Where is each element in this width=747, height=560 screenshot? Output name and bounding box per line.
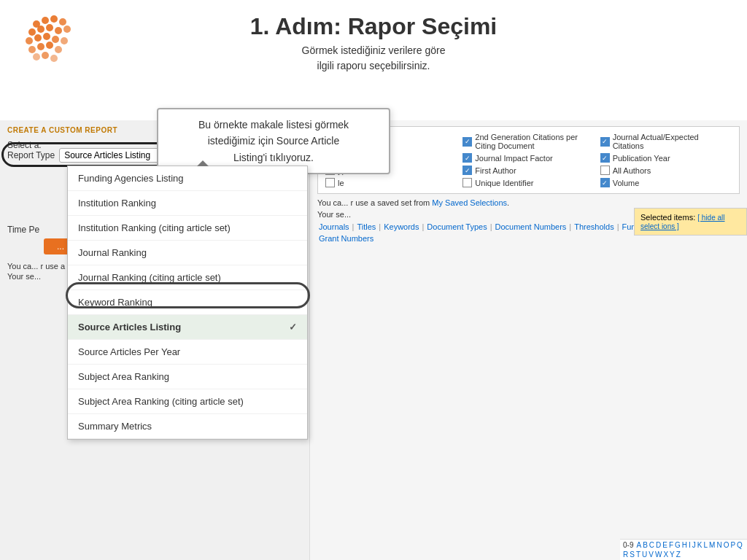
letter-j[interactable]: J xyxy=(692,541,696,549)
checkbox-volume: ✓ Volume xyxy=(600,178,732,187)
dropdown-item-funding-agencies[interactable]: Funding Agencies Listing xyxy=(68,166,307,191)
dropdown-item-keyword-ranking[interactable]: Keyword Ranking xyxy=(68,290,307,315)
letter-r[interactable]: R xyxy=(623,551,628,559)
svg-point-13 xyxy=(61,37,68,44)
saved-selections-link-right[interactable]: My Saved Selections xyxy=(432,198,507,207)
letter-p[interactable]: P xyxy=(730,541,735,549)
letter-h[interactable]: H xyxy=(682,541,687,549)
checkbox-volume-box[interactable]: ✓ xyxy=(600,178,610,187)
dropdown-item-source-articles-per-year[interactable]: Source Articles Per Year xyxy=(68,340,307,365)
your-sets-row: Your se... xyxy=(7,272,41,281)
svg-point-4 xyxy=(63,26,71,33)
tab-titles[interactable]: Titles xyxy=(355,222,377,232)
tab-document-types[interactable]: Document Types xyxy=(425,222,488,232)
time-period-label: Time Pe xyxy=(7,225,39,235)
svg-point-20 xyxy=(50,55,58,62)
checkbox-unique-id: Unique Identifier xyxy=(462,178,594,187)
letter-u[interactable]: U xyxy=(642,551,647,559)
checkbox-2nd-gen: ✓ 2nd Generation Citations per Citing Do… xyxy=(462,133,594,150)
letter-t[interactable]: T xyxy=(636,551,640,559)
letter-f[interactable]: F xyxy=(669,541,673,549)
tab-journals[interactable]: Journals xyxy=(317,222,351,232)
dropdown-item-subject-area-ranking-citing[interactable]: Subject Area Ranking (citing article set… xyxy=(68,389,307,414)
checkbox-all-authors: All Authors xyxy=(600,166,732,175)
checkbox-journal-actual-box[interactable]: ✓ xyxy=(600,137,610,147)
svg-point-7 xyxy=(46,24,53,31)
tab-document-numbers[interactable]: Document Numbers xyxy=(494,222,568,232)
letter-q[interactable]: Q xyxy=(737,541,743,549)
svg-point-9 xyxy=(26,37,33,44)
letter-w[interactable]: W xyxy=(655,551,662,559)
dropdown-item-institution-ranking[interactable]: Institution Ranking xyxy=(68,191,307,216)
checkbox-pub-year-box[interactable]: ✓ xyxy=(600,153,610,163)
checkbox-journal-actual: ✓ Journal Actual/Expected Citations xyxy=(600,133,732,150)
svg-point-3 xyxy=(59,18,66,26)
tab-grant-numbers[interactable]: Grant Numbers xyxy=(317,233,375,244)
checkbox-journal-impact: ✓ Journal Impact Factor xyxy=(462,153,594,163)
page-title: 1. Adım: Rapor Seçimi xyxy=(0,13,747,40)
tab-keywords[interactable]: Keywords xyxy=(382,222,420,232)
dropdown-item-summary-metrics[interactable]: Summary Metrics xyxy=(68,414,307,439)
dropdown-item-source-articles-listing[interactable]: Source Articles Listing ✓ xyxy=(68,315,307,340)
svg-point-8 xyxy=(55,27,62,34)
report-type-label: Report Type xyxy=(7,150,55,160)
right-panel: ✓ on Citations ✓ 2nd Generation Citation… xyxy=(310,120,747,560)
svg-point-14 xyxy=(28,46,36,53)
svg-point-18 xyxy=(33,53,40,61)
letter-n[interactable]: N xyxy=(716,541,721,549)
letter-e[interactable]: E xyxy=(662,541,667,549)
svg-point-15 xyxy=(37,43,44,50)
letter-a[interactable]: A xyxy=(636,541,641,549)
form-section: CREATE A CUSTOM REPORT Select a: Report … xyxy=(0,120,310,560)
dropdown-caret xyxy=(197,160,209,166)
subtitle: Görmek istediğiniz verilere göre ilgili … xyxy=(0,43,747,74)
letter-m[interactable]: M xyxy=(709,541,715,549)
svg-point-6 xyxy=(37,26,44,33)
dropdown-item-journal-ranking[interactable]: Journal Ranking xyxy=(68,241,307,265)
letter-c[interactable]: C xyxy=(649,541,654,549)
letter-g[interactable]: G xyxy=(675,541,681,549)
tab-thresholds[interactable]: Thresholds xyxy=(573,222,615,232)
checkbox-le: le xyxy=(325,178,457,187)
letter-x[interactable]: X xyxy=(663,551,668,559)
main-area: CREATE A CUSTOM REPORT Select a: Report … xyxy=(0,120,747,560)
svg-point-17 xyxy=(55,46,62,53)
svg-point-10 xyxy=(34,34,42,42)
letter-l[interactable]: L xyxy=(704,541,708,549)
right-saved-sets: You ca... r use a saved set from My Save… xyxy=(317,198,740,207)
checkbox-pub-year: ✓ Publication Year xyxy=(600,153,732,163)
letter-b[interactable]: B xyxy=(643,541,648,549)
checkbox-le-box[interactable] xyxy=(325,178,335,187)
letter-y[interactable]: Y xyxy=(670,551,675,559)
dropdown-item-journal-ranking-citing[interactable]: Journal Ranking (citing article set) xyxy=(68,265,307,290)
selected-items-label: Selected items: xyxy=(640,213,695,222)
svg-point-11 xyxy=(43,33,50,40)
letter-v[interactable]: V xyxy=(649,551,654,559)
svg-point-16 xyxy=(46,42,53,49)
letter-i[interactable]: I xyxy=(689,541,691,549)
dropdown-item-subject-area-ranking[interactable]: Subject Area Ranking xyxy=(68,365,307,389)
svg-point-2 xyxy=(50,15,58,23)
checkbox-unique-id-box[interactable] xyxy=(462,178,472,187)
letter-d[interactable]: D xyxy=(656,541,661,549)
svg-point-5 xyxy=(28,28,36,36)
letter-nav: 0-9 A B C D E F G H I J K L M N O P Q R … xyxy=(620,539,747,560)
checkbox-first-author-box[interactable]: ✓ xyxy=(462,166,472,175)
letter-s[interactable]: S xyxy=(630,551,635,559)
selected-items-box: Selected items: [ hide all select ions ] xyxy=(634,208,747,236)
instruction-box: Bu örnekte makale listesi görmek istediğ… xyxy=(157,108,390,174)
selected-checkmark: ✓ xyxy=(289,322,297,332)
svg-point-19 xyxy=(42,52,49,59)
dropdown-item-institution-ranking-citing[interactable]: Institution Ranking (citing article set) xyxy=(68,216,307,241)
checkbox-journal-impact-box[interactable]: ✓ xyxy=(462,153,472,163)
checkbox-all-authors-box[interactable] xyxy=(600,166,610,175)
letter-o[interactable]: O xyxy=(724,541,729,549)
checkbox-first-author: ✓ First Author xyxy=(462,166,594,175)
header: 1. Adım: Rapor Seçimi Görmek istediğiniz… xyxy=(0,0,747,79)
checkbox-2nd-gen-box[interactable]: ✓ xyxy=(462,137,472,147)
svg-point-1 xyxy=(42,17,49,24)
letter-z[interactable]: Z xyxy=(676,551,681,559)
svg-point-12 xyxy=(52,36,59,43)
letter-k[interactable]: K xyxy=(697,541,703,549)
dropdown-menu: Funding Agencies Listing Institution Ran… xyxy=(67,166,308,440)
